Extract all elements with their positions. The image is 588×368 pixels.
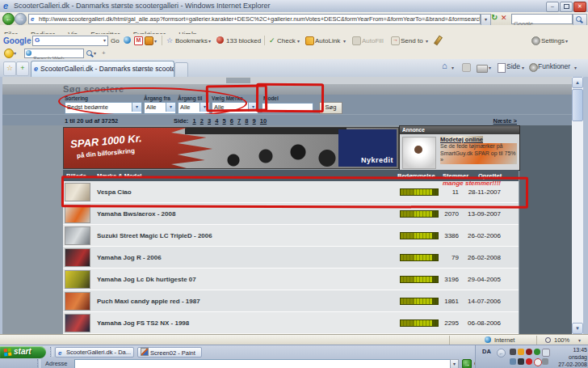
nykredit-banner[interactable]: SPAR 1000 Kr. på din bilforsikring Nykre… [63,127,399,169]
scooter-thumbnail[interactable] [65,314,90,332]
maximize-button[interactable] [560,2,573,12]
search-web-box[interactable] [24,49,84,58]
chevron-down-icon[interactable]: ▾ [426,38,428,44]
table-row[interactable]: Yamaha Jog FS TS2 NX - 1998 2295 06-08-2… [63,312,519,334]
blocked-counter[interactable]: 133 blocked [226,37,261,44]
taskbar-clock[interactable]: 13:45 onsdag 27-02-2008 [553,346,587,368]
scooter-name[interactable]: Puch Maxi candy apple red - 1987 [97,298,200,305]
stop-button[interactable]: ✕ [501,14,507,22]
scooter-name[interactable]: Yamaha Jog R - 2006 [97,254,162,261]
table-row[interactable]: Yamaha Jog Lc Dk hurtigeste 07 3196 29-0… [63,269,519,290]
page-link[interactable]: 10 [260,117,267,125]
adresse-input[interactable] [74,359,451,368]
tab-active[interactable]: eScooterGalleri.dk - Danmarks største sc… [31,61,174,77]
page-link[interactable]: 3 [208,117,211,125]
chevron-down-icon[interactable]: ▾ [343,38,346,44]
table-row[interactable]: Puch Maxi candy apple red - 1987 1861 14… [63,290,519,312]
page-icon[interactable] [498,63,506,73]
scooter-thumbnail[interactable] [65,248,90,267]
tray-icon[interactable] [534,358,542,366]
page-link[interactable]: 5 [223,117,226,125]
scroll-up-button[interactable]: ▲ [572,77,583,88]
send-to-icon[interactable] [391,36,400,45]
home-icon[interactable]: ⌂ [442,61,447,70]
tray-icon[interactable] [542,358,548,365]
autolink-icon[interactable] [305,36,314,45]
table-row[interactable]: Suzuki Street Magic LC TripleD - 2006 33… [63,225,519,247]
new-tab-stub[interactable] [174,62,188,78]
chevron-down-icon[interactable]: ▾ [208,38,211,44]
chevron-down-icon[interactable]: ▾ [452,65,454,70]
go-button[interactable]: Go [111,37,120,44]
favorites-button[interactable]: ☆ [3,61,16,76]
tray-icon[interactable] [534,349,540,355]
window-titlebar[interactable]: e ScooterGalleri.dk - Danmarks største s… [0,0,588,13]
chevron-down-icon[interactable]: ▾ [14,50,16,56]
next-page-link[interactable]: Næste > [494,117,517,125]
scooter-name[interactable]: Yamaha Jog Lc Dk hurtigeste 07 [97,276,196,283]
chevron-down-icon[interactable]: ▾ [94,50,96,56]
taskbar-window-ie[interactable]: eScooterGalleri.dk - Da... [55,347,134,357]
add-favorite-button[interactable]: + [16,61,29,76]
scooter-name[interactable]: Suzuki Street Magic LC TripleD - 2006 [97,232,212,239]
autolink-button[interactable]: AutoLink [315,37,340,44]
funktioner-menu[interactable]: Funktioner [538,62,570,70]
forward-button[interactable]: → [15,13,27,25]
language-indicator[interactable]: DA [482,348,491,355]
plus-icon[interactable]: + [102,49,106,57]
tray-icon[interactable] [510,349,516,355]
popup-blocker-icon[interactable] [216,36,224,44]
refresh-button[interactable]: ↻ [491,13,498,22]
bookmarks-button[interactable]: Bookmarks [175,37,208,44]
page-link[interactable]: 9 [253,117,256,125]
vertical-scrollbar[interactable]: ▲ ▼ [572,77,583,334]
scooter-name[interactable]: Yamaha Jog FS TS2 NX - 1998 [97,319,189,327]
page-link[interactable]: 8 [245,117,248,125]
tray-icon[interactable] [510,358,516,365]
bookmarks-star-icon[interactable]: ☆ [166,36,173,44]
page-link[interactable]: 4 [215,117,218,125]
start-button[interactable]: start [0,346,46,358]
chevron-down-icon[interactable]: ▾ [297,38,300,44]
chevron-down-icon[interactable]: ▾ [522,65,524,70]
tray-icon[interactable] [518,358,524,365]
go-arrow-icon[interactable]: → [462,359,472,368]
chevron-down-icon[interactable]: ▾ [489,65,491,70]
messenger-icon[interactable] [4,49,14,58]
back-button[interactable]: ← [2,13,15,25]
gear-icon[interactable] [531,36,540,45]
gear-icon[interactable] [529,63,538,72]
chevron-down-icon[interactable]: ▾ [154,38,157,44]
scroll-thumb[interactable] [572,89,583,121]
chevron-down-icon[interactable]: ▾ [565,38,568,44]
magnifier-icon[interactable] [86,50,92,56]
table-row[interactable]: Yamaha Jog R - 2006 79 26-02-2008 [63,247,519,269]
check-button[interactable]: Check [277,37,296,44]
google-toolbar-search[interactable]: G ▾ [32,36,108,46]
chevron-down-icon[interactable]: ▾ [578,337,581,343]
url-field[interactable]: e http://www.scootergalleri.dk/html/gal_… [28,14,481,24]
scroll-down-button[interactable]: ▼ [572,323,583,334]
tray-icon[interactable] [542,349,550,357]
pencil-icon[interactable] [434,36,443,46]
settings-button[interactable]: Settings [541,37,565,44]
tray-icon[interactable] [518,349,524,355]
scooter-thumbnail[interactable] [65,270,90,289]
gmail-icon[interactable]: M [134,36,143,45]
scooter-thumbnail[interactable] [65,205,90,223]
chevron-down-icon[interactable]: ▾ [574,65,577,70]
chevron-down-icon[interactable]: ▾ [103,36,106,45]
printer-icon[interactable] [477,65,488,73]
zoom-level[interactable]: 100% [554,336,569,344]
page-link[interactable]: 2 [200,117,204,125]
taskbar-window-paint[interactable]: Screen02 - Paint [137,347,202,357]
close-button[interactable]: ✕ [573,2,586,12]
page-link[interactable]: 7 [237,117,241,125]
scooter-thumbnail[interactable] [65,292,90,311]
tray-icon[interactable] [526,349,532,355]
scooter-thumbnail[interactable] [65,226,90,245]
send-to-button[interactable]: Send to [401,37,423,44]
side-menu[interactable]: Side [506,62,520,70]
annonce-title-link[interactable]: Modetøj online [440,136,483,143]
tray-icon[interactable] [526,358,532,365]
